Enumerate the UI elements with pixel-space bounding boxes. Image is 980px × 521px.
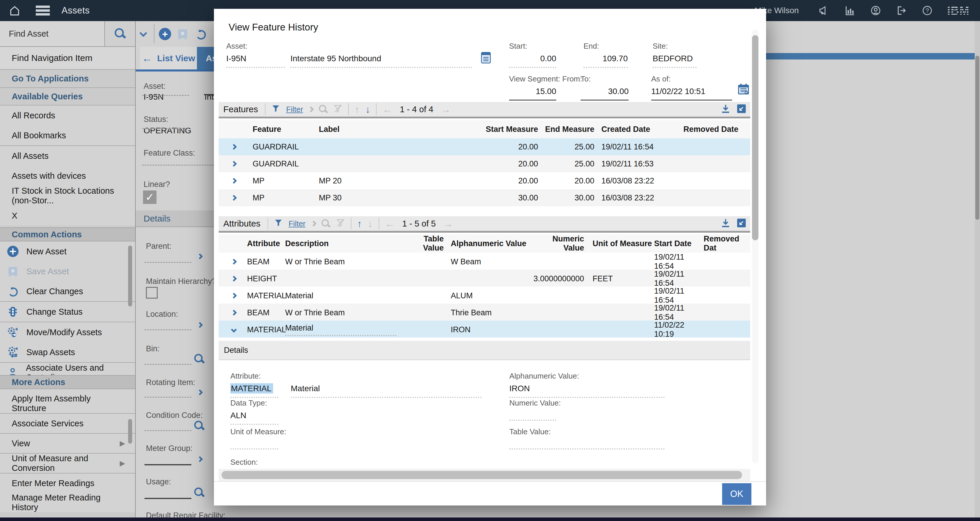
expand-row-icon[interactable] [231,310,237,316]
select-records-icon[interactable] [737,104,746,114]
action-apply-item-assembly[interactable]: Apply Item Assembly Structure [0,394,135,413]
home-icon[interactable] [9,5,21,16]
maintain-hierarchy-checkbox[interactable] [146,287,158,299]
help-icon[interactable]: ? [921,5,933,16]
field-value[interactable] [509,411,556,421]
next-page-icon[interactable]: → [444,219,453,229]
action-enter-meter-readings[interactable]: Enter Meter Readings [0,473,135,493]
previous-row-icon[interactable]: ↑ [357,219,362,229]
attributes-row-selected[interactable]: MATERIAL Material IRON 11/02/22 10:19 [219,321,750,338]
field-value[interactable]: 15.00 [509,87,556,100]
select-records-icon[interactable] [737,218,746,229]
clear-filter-icon[interactable] [336,219,345,229]
field-value[interactable]: I-95N [226,54,285,68]
field-value[interactable]: Material [291,384,482,398]
column-header[interactable]: Removed Dat [704,234,750,253]
field-value[interactable] [509,440,665,450]
expand-row-icon[interactable] [231,144,237,150]
cell-description[interactable]: Material [285,324,396,336]
detail-menu-icon[interactable] [480,52,491,65]
available-queries-header[interactable]: Available Queries [0,88,135,105]
action-swap-assets[interactable]: Swap Assets [0,342,135,362]
profile-icon[interactable] [870,5,881,16]
dialog-vertical-scrollbar[interactable] [752,29,759,463]
sidebar-item-it-stock[interactable]: IT Stock in Stock Locations (non-Stor... [0,186,135,206]
dialog-horizontal-scrollbar[interactable] [219,469,750,481]
filter-link[interactable]: Filter [289,219,305,228]
ok-button[interactable]: OK [722,483,751,505]
download-icon[interactable] [720,218,731,229]
logout-icon[interactable] [896,5,907,16]
column-header[interactable]: Attribute [247,239,285,248]
field-value[interactable]: Int [205,92,214,102]
detail-chevron-icon[interactable] [197,389,203,395]
previous-row-icon[interactable]: ↑ [355,105,360,114]
expand-row-icon[interactable] [231,259,237,265]
field-value[interactable]: Interstate 95 Northbound [290,54,472,68]
features-row[interactable]: GUARDRAIL 20.00 25.00 19/02/11 16:54 [219,138,750,155]
column-header[interactable]: Feature [253,125,319,134]
sidebar-item-all-records[interactable]: All Records [0,105,135,125]
field-value[interactable]: BEDFORD [653,54,697,68]
sidebar-item-x[interactable]: X [0,206,135,226]
linear-checkbox[interactable]: ✓ [143,191,156,204]
undo-button[interactable] [195,28,207,41]
scrollbar-thumb[interactable] [752,35,759,240]
column-header[interactable]: Alphanumeric Value [451,239,531,248]
column-header[interactable]: Unit of Measure [593,239,654,248]
filter-link[interactable]: Filter [286,105,303,114]
next-row-icon[interactable]: ↓ [368,219,373,229]
attributes-row[interactable]: MATERIAL Material ALUM 19/02/11 16:54 [219,287,750,303]
search-button[interactable] [104,21,135,46]
calendar-icon[interactable] [737,83,750,97]
attributes-row[interactable]: HEIGHT 3.0000000000 FEET 19/02/11 16:54 [219,270,750,287]
attributes-row[interactable]: BEAM W or Thrie Beam W Beam 19/02/11 16:… [219,253,750,270]
scrollbar-thumb[interactable] [221,471,742,479]
menu-icon[interactable] [36,6,50,16]
reports-icon[interactable] [844,5,856,16]
next-page-icon[interactable]: → [441,105,451,114]
action-change-status[interactable]: Change Status [0,302,135,322]
action-unit-of-measure[interactable]: Unit of Measure and Conversion▶ [0,454,135,473]
chevron-right-icon[interactable] [311,221,317,227]
collapse-row-icon[interactable] [231,327,237,333]
sidebar-scrollbar[interactable] [128,419,132,444]
magnifier-icon[interactable] [194,421,205,431]
expand-row-icon[interactable] [231,161,237,167]
field-value[interactable]: ALN [230,411,278,425]
column-header[interactable]: Table Value [406,234,444,253]
announcements-icon[interactable] [818,5,830,16]
field-value[interactable]: IRON [509,384,665,398]
filter-icon[interactable] [274,219,283,229]
download-icon[interactable] [720,103,731,115]
sidebar-item-assets-with-devices[interactable]: Assets with devices [0,166,135,186]
goto-applications-header[interactable]: Go To Applications [0,70,135,88]
find-navigation-item[interactable]: Find Navigation Item [0,47,135,70]
filter-icon[interactable] [271,104,280,114]
detail-chevron-icon[interactable] [197,322,203,328]
action-move-modify-assets[interactable]: Move/Modify Assets [0,322,135,342]
action-new-asset[interactable]: New Asset [0,241,135,261]
column-header[interactable]: Numeric Value [531,234,584,253]
field-value[interactable]: 109.70 [584,54,628,68]
sidebar-scrollbar[interactable] [128,246,132,307]
column-header[interactable]: Label [319,125,471,134]
previous-page-icon[interactable]: ← [382,105,392,114]
search-icon[interactable] [321,219,330,228]
action-manage-meter-history[interactable]: Manage Meter Reading History [0,493,135,512]
expand-row-icon[interactable] [231,293,237,299]
column-header[interactable]: Start Date [654,239,704,248]
clear-filter-icon[interactable] [334,104,342,114]
search-icon[interactable] [319,105,328,114]
field-value[interactable]: 11/02/22 10:51 [651,87,732,100]
page-scrollbar[interactable] [975,21,980,518]
expand-row-icon[interactable] [231,195,237,201]
field-value[interactable] [230,440,278,450]
tab-list-view[interactable]: ← List View [140,47,197,70]
action-associate-users[interactable]: Associate Users and Custodia [0,363,135,375]
column-header[interactable]: End Measure [538,125,594,134]
new-record-button[interactable]: + [159,28,171,40]
magnifier-icon[interactable] [194,354,205,364]
field-value[interactable]: 30.00 [581,87,628,100]
sidebar-item-all-assets[interactable]: All Assets [0,146,135,166]
